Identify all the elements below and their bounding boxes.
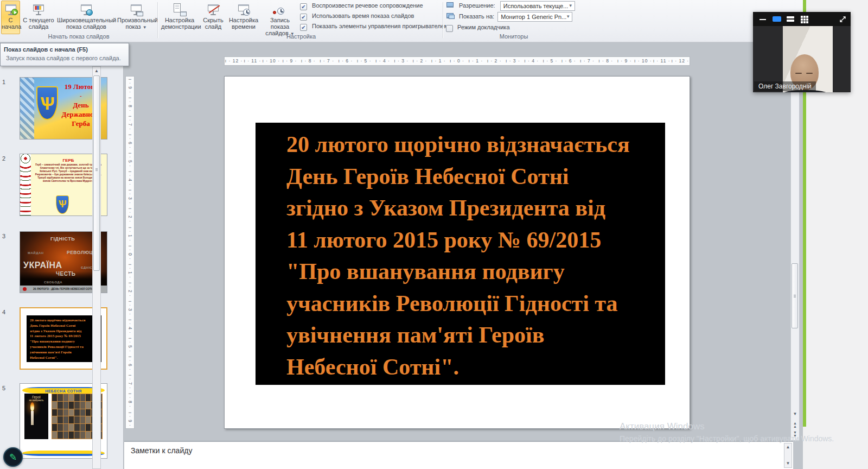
slide-text-line: 20 лютого щорічно відзначається bbox=[286, 129, 665, 161]
slide-text-line: Небесної Сотні". bbox=[286, 351, 665, 383]
notes-pane[interactable]: Заметки к слайду ▲ ▼ bbox=[124, 441, 793, 469]
from-current-label: С текущего слайда bbox=[23, 17, 54, 30]
vertical-ruler: ı · 9 ·ı · 8 ·ı · 7 ·ı · 6 ·ı · 5 ·ı · 4… bbox=[125, 76, 135, 429]
ruler-mark: ı · 2 · bbox=[127, 280, 133, 299]
show-media-controls-checkbox[interactable]: ✔ Показать элементы управления проигрыва… bbox=[300, 22, 448, 31]
gallery-view-icon[interactable] bbox=[801, 16, 808, 23]
annotation-pencil-button[interactable]: ✎ bbox=[3, 447, 23, 467]
tooltip-show-from-beginning: Показ слайдов с начала (F5) Запуск показ… bbox=[0, 43, 129, 66]
group-label-start-slideshow: Начать показ слайдов bbox=[33, 33, 125, 40]
editor-scrollbar-thumb[interactable] bbox=[792, 263, 798, 328]
hide-slide-button[interactable]: Скрыть слайд bbox=[200, 1, 227, 34]
from-current-slide-button[interactable]: С текущего слайда bbox=[21, 1, 56, 34]
slide-canvas[interactable]: 20 лютого щорічно відзначаєтьсяДень Геро… bbox=[224, 76, 690, 429]
ruler-mark: ı · 7 · bbox=[317, 57, 336, 65]
ruler-mark: ı · 10 · bbox=[634, 57, 652, 65]
use-timings-checkbox[interactable]: ✔ Использовать время показа слайдов bbox=[300, 12, 414, 21]
group-label-setup: Настройка bbox=[255, 33, 347, 40]
checkbox-checked-icon: ✔ bbox=[300, 14, 307, 21]
slideshow-current-icon bbox=[31, 3, 46, 16]
ruler-mark: ı · 2 · bbox=[411, 57, 429, 65]
slide-1-number: 1 bbox=[2, 79, 11, 85]
ruler-mark: ı · 6 · bbox=[127, 132, 133, 150]
broadcast-slideshow-button[interactable]: Широковещательный показ слайдов bbox=[56, 1, 116, 34]
editor-scrollbar[interactable]: ▲ ▼ ▲▲ ▼▼ bbox=[790, 43, 800, 441]
notes-scrollbar[interactable]: ▲ ▼ bbox=[784, 443, 792, 468]
fullscreen-expand-icon[interactable] bbox=[839, 15, 846, 25]
portrait-photo bbox=[52, 402, 57, 409]
previous-slide-button[interactable]: ▲▲ bbox=[791, 422, 799, 428]
maidan-word: СВОБОДА bbox=[44, 281, 62, 284]
red-logo-dot bbox=[23, 287, 27, 291]
chevron-down-icon: ▼ bbox=[143, 25, 147, 30]
thumb4-text-line: 20 лютого щорічно відзначається bbox=[30, 318, 101, 323]
participant-face bbox=[806, 73, 813, 74]
ruler-mark: ı · 11 · bbox=[652, 57, 671, 65]
slide-4-text-box: 20 лютого щорічно відзначаєтьсяДень Геро… bbox=[27, 315, 101, 362]
portrait-photo bbox=[80, 394, 85, 401]
slide-text-box[interactable]: 20 лютого щорічно відзначаєтьсяДень Геро… bbox=[256, 123, 665, 385]
scroll-up-icon[interactable]: ▲ bbox=[784, 445, 792, 449]
portrait-photo bbox=[74, 416, 79, 423]
resolution-dropdown[interactable]: Использовать текуще... ▼ bbox=[500, 1, 575, 11]
memorial-side-text: Герої bbox=[24, 395, 48, 399]
checkbox-unchecked-icon: ✔ bbox=[446, 25, 453, 32]
resolution-value: Использовать текуще... bbox=[503, 3, 569, 9]
ruler-mark: ı · 5 · bbox=[541, 57, 559, 65]
portrait-photo bbox=[80, 424, 85, 431]
record-slideshow-button[interactable]: Запись показа слайдов ▼ bbox=[260, 1, 300, 34]
ruler-mark: ı · 4 · bbox=[127, 169, 133, 188]
ruler-mark: ı · 9 · bbox=[127, 410, 133, 428]
minimize-icon[interactable] bbox=[760, 19, 766, 20]
ruler-mark: ı · 1 · bbox=[429, 57, 448, 65]
from-beginning-button[interactable]: С начала bbox=[1, 1, 20, 34]
show-on-value: Монитор 1 Generic Pn... bbox=[501, 14, 566, 20]
portrait-photo bbox=[80, 432, 85, 439]
show-on-dropdown[interactable]: Монитор 1 Generic Pn... ▼ bbox=[497, 12, 572, 22]
speaker-view-icon[interactable] bbox=[787, 16, 794, 23]
ruler-mark: ı · 4 · bbox=[373, 57, 392, 65]
ruler-mark: ı · 2 · bbox=[485, 57, 503, 65]
from-beginning-label: С начала bbox=[2, 17, 21, 30]
maidan-word: УКРАЇНА bbox=[23, 261, 62, 270]
active-view-icon[interactable] bbox=[773, 16, 781, 22]
portrait-photo bbox=[86, 416, 91, 423]
portrait-photo bbox=[58, 394, 62, 401]
group-label-monitors: Мониторы bbox=[468, 33, 560, 40]
ruler-mark: ı · 9 · bbox=[280, 57, 299, 65]
presenter-view-checkbox[interactable]: ✔ Режим докладчика bbox=[446, 23, 510, 33]
play-narrations-label: Воспроизвести речевое сопровождение bbox=[312, 2, 423, 9]
candle-flame bbox=[30, 402, 34, 411]
memorial-candle-panel: Героїне вмирають bbox=[24, 394, 48, 439]
maidan-word: ГІДНІСТЬ bbox=[50, 236, 75, 242]
webcam-window[interactable]: Олег Завгородній bbox=[753, 12, 851, 92]
portrait-photo bbox=[52, 424, 57, 431]
portrait-photo bbox=[74, 409, 79, 416]
portrait-photo bbox=[63, 416, 68, 423]
scroll-down-icon[interactable]: ▼ bbox=[791, 411, 799, 416]
custom-show-button[interactable]: Произвольный показ ▼ bbox=[117, 1, 156, 34]
play-narrations-checkbox[interactable]: ✔ Воспроизвести речевое сопровождение bbox=[300, 2, 423, 10]
portrait-photo bbox=[69, 402, 74, 409]
ruler-mark: ı · 12 · bbox=[225, 57, 243, 65]
ruler-mark: ı · 1 · bbox=[467, 57, 485, 65]
rehearse-timings-button[interactable]: Настройка времени bbox=[228, 1, 259, 34]
thumbnails-scrollbar-thumb[interactable] bbox=[93, 75, 100, 271]
scroll-up-icon[interactable]: ▲ bbox=[93, 68, 100, 73]
ruler-mark: ı · 5 · bbox=[127, 150, 133, 169]
portrait-photo bbox=[86, 402, 91, 409]
next-slide-button[interactable]: ▼▼ bbox=[791, 431, 799, 438]
scroll-down-icon[interactable]: ▼ bbox=[784, 461, 792, 466]
slide-text-line: згідно з Указом Президента від bbox=[286, 192, 665, 224]
ruler-mark: ı · 7 · bbox=[578, 57, 596, 65]
portrait-photo bbox=[52, 394, 57, 401]
slide-text-line: увічнення пам'яті Героїв bbox=[286, 319, 665, 351]
slideshow-play-icon bbox=[4, 3, 18, 16]
show-on-label: Показать на: bbox=[459, 13, 494, 20]
thumbnails-scrollbar[interactable]: ▲ bbox=[92, 66, 101, 469]
custom-show-icon bbox=[129, 3, 143, 16]
portrait-photo bbox=[63, 432, 68, 439]
setup-slideshow-button[interactable]: Настройка демонстрации bbox=[161, 1, 199, 34]
portrait-photo bbox=[58, 402, 62, 409]
thumb4-text-line: День Героїв Небесної Сотні bbox=[30, 323, 101, 328]
